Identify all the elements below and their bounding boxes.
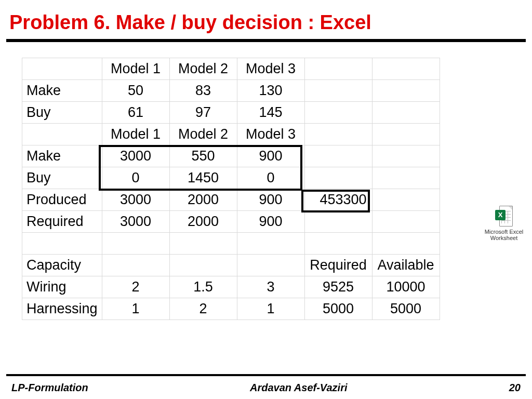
- cell: 3000: [102, 189, 169, 211]
- cell: 900: [237, 189, 304, 211]
- footer-page: 20: [509, 382, 521, 394]
- cell: 145: [237, 102, 304, 124]
- cell: 1450: [169, 167, 237, 189]
- divider-top: [6, 39, 526, 42]
- col-header: Required: [304, 255, 372, 276]
- table-row: Buy 61 97 145: [22, 102, 440, 124]
- row-label: Buy: [22, 167, 102, 189]
- cell: 900: [237, 145, 304, 167]
- table-row: Produced 3000 2000 900 453300: [22, 189, 440, 211]
- cell: 1.5: [169, 276, 237, 298]
- table-row: Harnessing 1 2 1 5000 5000: [22, 298, 440, 320]
- col-header: Model 3: [237, 124, 304, 145]
- divider-bottom: [6, 374, 526, 376]
- cell: 61: [102, 102, 169, 124]
- row-label: Harnessing: [22, 298, 102, 320]
- table-row: [22, 233, 440, 255]
- cell: 1: [237, 298, 304, 320]
- spreadsheet-table: Model 1 Model 2 Model 3 Make 50 83 130 B…: [22, 58, 489, 320]
- row-label: Wiring: [22, 276, 102, 298]
- cell: 3: [237, 276, 304, 298]
- slide-title: Problem 6. Make / buy decision : Excel: [9, 11, 523, 34]
- col-header: Model 1: [102, 58, 169, 80]
- col-header: Model 2: [169, 124, 237, 145]
- cell: 5000: [372, 298, 440, 320]
- cell: 2000: [169, 189, 237, 211]
- table-row: Make 50 83 130: [22, 80, 440, 102]
- cell: 5000: [304, 298, 372, 320]
- cell: 130: [237, 80, 304, 102]
- row-label: Produced: [22, 189, 102, 211]
- row-label: Required: [22, 211, 102, 233]
- table-row: Required 3000 2000 900: [22, 211, 440, 233]
- cell: 2000: [169, 211, 237, 233]
- row-label: Make: [22, 80, 102, 102]
- table-row: Make 3000 550 900: [22, 145, 440, 167]
- cell: 83: [169, 80, 237, 102]
- cell: 900: [237, 211, 304, 233]
- footer: LP-Formulation Ardavan Asef-Vaziri 20: [0, 382, 532, 394]
- cell: 10000: [372, 276, 440, 298]
- cell: 550: [169, 145, 237, 167]
- table-row: Wiring 2 1.5 3 9525 10000: [22, 276, 440, 298]
- cell: 3000: [102, 211, 169, 233]
- cell: 9525: [304, 276, 372, 298]
- cell: 2: [169, 298, 237, 320]
- cell: 2: [102, 276, 169, 298]
- row-label: Buy: [22, 102, 102, 124]
- cell: 50: [102, 80, 169, 102]
- col-header: Model 2: [169, 58, 237, 80]
- footer-left: LP-Formulation: [11, 382, 88, 394]
- table-row: Capacity Required Available: [22, 255, 440, 276]
- footer-center: Ardavan Asef-Vaziri: [88, 382, 509, 394]
- col-header: Model 1: [102, 124, 169, 145]
- table-row: Model 1 Model 2 Model 3: [22, 124, 440, 145]
- objective-total: 453300: [304, 189, 372, 211]
- cell: 0: [102, 167, 169, 189]
- table-row: Buy 0 1450 0: [22, 167, 440, 189]
- cell: 1: [102, 298, 169, 320]
- cell: 97: [169, 102, 237, 124]
- col-header: Available: [372, 255, 440, 276]
- excel-object[interactable]: X Microsoft Excel Worksheet: [483, 206, 525, 241]
- cell: 0: [237, 167, 304, 189]
- row-label: Capacity: [22, 255, 102, 276]
- cell: 3000: [102, 145, 169, 167]
- excel-object-label: Microsoft Excel Worksheet: [483, 229, 525, 241]
- excel-icon: X: [495, 206, 513, 228]
- table-row: Model 1 Model 2 Model 3: [22, 58, 440, 80]
- col-header: Model 3: [237, 58, 304, 80]
- row-label: Make: [22, 145, 102, 167]
